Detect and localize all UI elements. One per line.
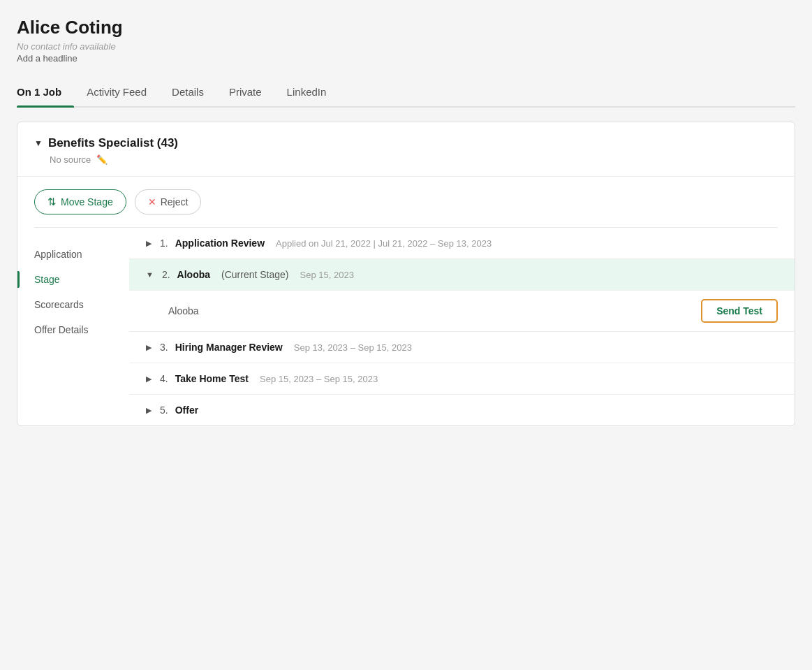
tab-on-job[interactable]: On 1 Job [17,78,74,106]
move-stage-label: Move Stage [61,196,113,207]
tab-private[interactable]: Private [216,78,274,106]
stage-number-4: 4. [160,373,168,384]
stage-number-2: 2. [162,269,170,280]
action-buttons: ⇅ Move Stage ✕ Reject [34,189,778,214]
stage-row-3: ▶ 3. Hiring Manager Review Sep 13, 2023 … [129,332,795,363]
stages-content: ▶ 1. Application Review Applied on Jul 2… [129,228,795,425]
tab-details[interactable]: Details [159,78,216,106]
alooba-sub-label: Alooba [168,305,199,316]
reject-icon: ✕ [148,196,156,207]
profile-name: Alice Coting [17,17,795,38]
reject-label: Reject [161,196,189,207]
card-body: Application Stage Scorecards Offer Detai… [17,228,795,425]
tab-linkedin[interactable]: LinkedIn [274,78,339,106]
stage-arrow-2[interactable]: ▼ [146,270,154,279]
stage-date-3: Sep 13, 2023 – Sep 15, 2023 [294,342,412,353]
stage-number-1: 1. [160,238,168,249]
job-title: Benefits Specialist (43) [48,136,178,150]
source-label: No source [50,154,91,165]
card-header: ▼ Benefits Specialist (43) No source ✏️ [17,122,795,177]
collapse-arrow-icon[interactable]: ▼ [34,138,43,148]
stage-date-4: Sep 15, 2023 – Sep 15, 2023 [260,374,378,384]
stage-name-2: Alooba [177,269,210,280]
stage-tag-2: (Current Stage) [221,269,288,280]
profile-header: Alice Coting No contact info available A… [17,17,795,64]
stage-name-1: Application Review [175,238,265,249]
stage-row-1: ▶ 1. Application Review Applied on Jul 2… [129,228,795,259]
stage-name-4: Take Home Test [175,373,249,384]
reject-button[interactable]: ✕ Reject [135,189,202,214]
sidebar-nav: Application Stage Scorecards Offer Detai… [17,228,129,425]
stage-name-5: Offer [175,405,198,416]
stage-arrow-1[interactable]: ▶ [146,239,152,248]
sidebar-item-offer-details[interactable]: Offer Details [17,317,129,342]
send-test-button[interactable]: Send Test [701,299,778,323]
sidebar-item-application[interactable]: Application [17,242,129,267]
alooba-sub-row: Alooba Send Test [129,291,795,332]
edit-icon[interactable]: ✏️ [96,154,108,165]
stage-date-1: Applied on Jul 21, 2022 | Jul 21, 2022 –… [276,238,492,249]
job-title-row: ▼ Benefits Specialist (43) [34,136,778,150]
source-row: No source ✏️ [50,154,778,165]
stage-date-2: Sep 15, 2023 [300,270,354,280]
move-stage-icon: ⇅ [47,196,57,208]
page-wrapper: Alice Coting No contact info available A… [0,0,812,670]
tab-activity-feed[interactable]: Activity Feed [74,78,159,106]
stage-row-4: ▶ 4. Take Home Test Sep 15, 2023 – Sep 1… [129,363,795,395]
stage-row-2: ▼ 2. Alooba (Current Stage) Sep 15, 2023 [129,259,795,291]
move-stage-button[interactable]: ⇅ Move Stage [34,189,126,214]
profile-no-contact: No contact info available [17,41,795,52]
stage-arrow-5[interactable]: ▶ [146,406,152,415]
sidebar-item-scorecards[interactable]: Scorecards [17,292,129,317]
stage-name-3: Hiring Manager Review [175,342,283,353]
stage-arrow-3[interactable]: ▶ [146,343,152,352]
stage-row-5: ▶ 5. Offer [129,395,795,425]
stage-arrow-4[interactable]: ▶ [146,374,152,384]
tabs-bar: On 1 Job Activity Feed Details Private L… [17,78,795,108]
job-card: ▼ Benefits Specialist (43) No source ✏️ … [17,122,795,426]
sidebar-item-stage[interactable]: Stage [17,267,129,292]
profile-headline[interactable]: Add a headline [17,53,795,64]
stage-number-5: 5. [160,405,168,416]
stage-number-3: 3. [160,342,168,353]
